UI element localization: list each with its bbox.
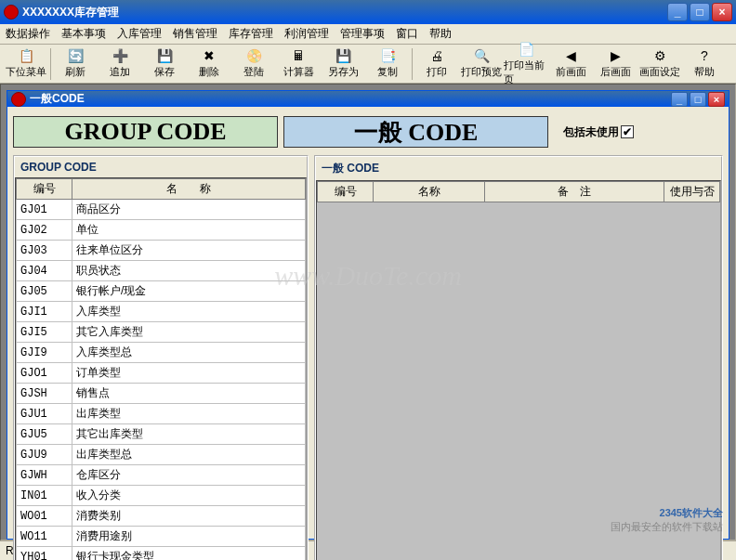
table-row[interactable]: GJ03往来单位区分: [17, 241, 306, 261]
toolbar-btn-5[interactable]: 📀登陆: [231, 46, 276, 83]
table-row[interactable]: GJWH仓库区分: [17, 465, 306, 486]
col-r-code[interactable]: 编号: [318, 182, 374, 202]
toolbar-btn-8[interactable]: 📑复制: [365, 46, 410, 83]
col-r-used[interactable]: 使用与否: [664, 182, 720, 202]
toolbar-btn-2[interactable]: ➕追加: [98, 46, 142, 83]
toolbar-label: 登陆: [243, 65, 264, 79]
table-row[interactable]: WO11消费用途别: [17, 527, 306, 547]
toolbar-btn-1[interactable]: 🔄刷新: [53, 46, 98, 83]
toolbar: 📋下位菜单🔄刷新➕追加💾保存✖删除📀登陆🖩计算器💾另存为📑复制🖨打印🔍打印预览📄…: [0, 45, 736, 84]
cell-code: GJ05: [17, 281, 72, 302]
maximize-button[interactable]: □: [690, 3, 710, 21]
toolbar-btn-14[interactable]: ⚙画面设定: [637, 46, 682, 83]
child-close-button[interactable]: ×: [708, 92, 725, 107]
cell-name: 消费用途别: [72, 527, 306, 547]
table-row[interactable]: GJ01商品区分: [17, 200, 306, 220]
child-maximize-button[interactable]: □: [690, 92, 706, 107]
cell-code: GJU9: [17, 445, 72, 465]
toolbar-separator: [412, 48, 413, 80]
cell-name: 订单类型: [72, 363, 306, 384]
toolbar-btn-0[interactable]: 📋下位菜单: [4, 46, 48, 83]
table-row[interactable]: GJI5其它入库类型: [17, 322, 306, 343]
cell-code: GJ04: [17, 261, 72, 281]
table-row[interactable]: GJU9出库类型总: [17, 445, 306, 465]
toolbar-label: 打印预览: [461, 65, 502, 79]
cell-code: GJI9: [17, 343, 72, 363]
cell-name: 单位: [72, 220, 306, 241]
table-row[interactable]: IN01收入分类: [17, 486, 306, 506]
table-row[interactable]: GJSH销售点: [17, 384, 306, 404]
cell-name: 入库类型总: [72, 343, 306, 363]
child-titlebar: 一般CODE _ □ ×: [7, 91, 729, 107]
col-r-note[interactable]: 备 注: [485, 182, 664, 202]
menu-window[interactable]: 窗口: [396, 26, 418, 42]
toolbar-btn-4[interactable]: ✖删除: [187, 46, 231, 83]
toolbar-label: 后画面: [600, 65, 631, 79]
menu-stock[interactable]: 库存管理: [229, 26, 273, 42]
toolbar-icon: 📄: [517, 42, 535, 57]
toolbar-label: 删除: [199, 65, 219, 79]
toolbar-icon: ?: [695, 48, 714, 63]
cell-name: 出库类型总: [72, 445, 306, 465]
toolbar-btn-12[interactable]: ◀前画面: [548, 46, 593, 83]
cell-code: GJWH: [17, 465, 72, 486]
table-row[interactable]: GJU1出库类型: [17, 404, 306, 424]
menu-sales[interactable]: 销售管理: [173, 26, 217, 42]
include-unused-checkbox[interactable]: ✔: [621, 125, 634, 138]
toolbar-btn-7[interactable]: 💾另存为: [321, 46, 365, 83]
cell-code: WO01: [17, 506, 72, 527]
toolbar-btn-3[interactable]: 💾保存: [142, 46, 187, 83]
col-code[interactable]: 编号: [17, 179, 72, 200]
table-row[interactable]: GJ05银行帐户/现金: [17, 281, 306, 302]
toolbar-label: 追加: [110, 65, 130, 79]
general-code-empty-body: [317, 202, 720, 518]
toolbar-btn-9[interactable]: 🖨打印: [414, 46, 459, 83]
close-button[interactable]: ×: [712, 3, 732, 21]
table-row[interactable]: GJO1订单类型: [17, 363, 306, 384]
table-row[interactable]: GJI9入库类型总: [17, 343, 306, 363]
menu-data-ops[interactable]: 数据操作: [6, 26, 50, 42]
tab-general-code[interactable]: 一般 CODE: [283, 116, 548, 148]
table-row[interactable]: WO01消费类别: [17, 506, 306, 527]
child-icon: [11, 92, 26, 107]
menu-basics[interactable]: 基本事项: [61, 26, 106, 42]
toolbar-btn-15[interactable]: ?帮助: [682, 46, 727, 83]
toolbar-label: 打印当前页: [504, 59, 548, 86]
child-minimize-button[interactable]: _: [671, 92, 688, 107]
col-name[interactable]: 名 称: [72, 179, 306, 200]
child-window: 一般CODE _ □ × GROUP CODE 一般 CODE 包括未使用 ✔ …: [7, 90, 729, 540]
cell-code: GJI5: [17, 322, 72, 343]
toolbar-icon: ◀: [561, 48, 580, 63]
panels: GROUP CODE 编号 名 称 GJ01商品区分GJ02单位GJ03往来单位…: [13, 155, 723, 560]
cell-code: WO11: [17, 527, 72, 547]
toolbar-label: 帮助: [694, 65, 715, 79]
menu-profit[interactable]: 利润管理: [284, 26, 329, 42]
toolbar-btn-6[interactable]: 🖩计算器: [276, 46, 321, 83]
menu-help[interactable]: 帮助: [429, 26, 452, 42]
toolbar-btn-10[interactable]: 🔍打印预览: [459, 46, 504, 83]
include-unused-label: 包括未使用: [563, 124, 619, 140]
table-row[interactable]: GJ02单位: [17, 220, 306, 241]
col-r-name[interactable]: 名称: [374, 182, 485, 202]
window-title: XXXXXXX库存管理: [22, 5, 667, 20]
table-row[interactable]: GJI1入库类型: [17, 302, 306, 322]
toolbar-icon: 🖩: [289, 48, 308, 63]
tab-group-code[interactable]: GROUP CODE: [13, 116, 278, 148]
toolbar-icon: 📀: [244, 48, 263, 63]
child-window-controls: _ □ ×: [671, 92, 725, 107]
table-row[interactable]: GJ04职员状态: [17, 261, 306, 281]
general-code-grid[interactable]: 编号 名称 备 注 使用与否: [316, 180, 721, 560]
menu-inbound[interactable]: 入库管理: [117, 26, 162, 42]
toolbar-btn-13[interactable]: ▶后画面: [593, 46, 637, 83]
toolbar-label: 计算器: [283, 65, 314, 79]
group-code-grid[interactable]: 编号 名 称 GJ01商品区分GJ02单位GJ03往来单位区分GJ04职员状态G…: [15, 177, 307, 560]
toolbar-icon: ✖: [200, 48, 218, 63]
table-row[interactable]: GJU5其它出库类型: [17, 424, 306, 445]
toolbar-btn-11[interactable]: 📄打印当前页: [504, 46, 548, 83]
toolbar-label: 保存: [154, 65, 175, 79]
toolbar-label: 画面设定: [639, 65, 680, 79]
minimize-button[interactable]: _: [667, 3, 688, 21]
menu-admin[interactable]: 管理事项: [340, 26, 385, 42]
toolbar-label: 前画面: [556, 65, 586, 79]
table-row[interactable]: YH01银行卡现金类型: [17, 547, 306, 561]
